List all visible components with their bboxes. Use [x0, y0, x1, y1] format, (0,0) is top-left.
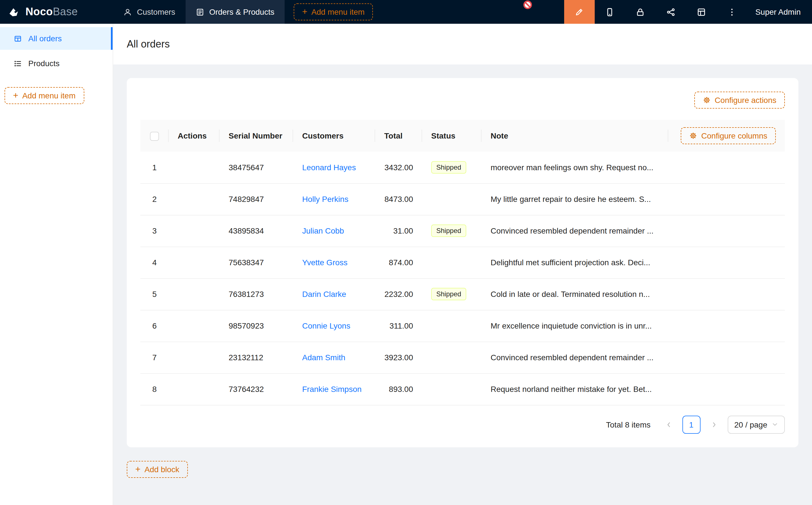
row-actions-cell — [169, 342, 220, 373]
select-all-checkbox[interactable] — [150, 132, 159, 141]
note-cell: Convinced resembled dependent remainder … — [482, 215, 668, 246]
nav-item-label: Customers — [137, 7, 175, 16]
page-size-value: 20 / page — [734, 420, 767, 429]
gear-icon — [703, 96, 711, 104]
row-config-cell — [668, 342, 785, 373]
row-config-cell — [668, 373, 785, 405]
customer-link[interactable]: Darin Clarke — [302, 290, 346, 299]
page-header: All orders — [113, 24, 812, 64]
total-cell: 2232.00 — [375, 278, 422, 310]
lock-icon — [636, 7, 645, 17]
customer-link[interactable]: Leonard Hayes — [302, 163, 356, 172]
table-page-icon — [14, 34, 22, 43]
note-cell: Convinced resembled dependent remainder … — [482, 342, 668, 373]
row-index: 5 — [152, 290, 157, 299]
column-header-status: Status — [422, 120, 482, 152]
more-actions-button[interactable] — [717, 0, 748, 24]
column-header-actions: Actions — [169, 120, 220, 152]
customer-link[interactable]: Frankie Simpson — [302, 384, 362, 393]
sidebar: All orders Products + Add menu item — [0, 24, 113, 505]
plus-icon: + — [135, 465, 141, 474]
row-config-cell — [668, 310, 785, 342]
serial-number-cell: 23132112 — [220, 342, 293, 373]
row-config-cell — [668, 215, 785, 246]
customer-link[interactable]: Yvette Gross — [302, 258, 348, 267]
table-row[interactable]: 8 73764232 Frankie Simpson 893.00 Reques… — [140, 373, 785, 405]
serial-number-cell: 43895834 — [220, 215, 293, 246]
nocobase-logo[interactable]: NocoBase — [0, 0, 113, 24]
row-actions-cell — [169, 246, 220, 278]
ellipsis-vertical-icon — [727, 7, 737, 17]
serial-number-cell: 38475647 — [220, 152, 293, 183]
top-nav-menu: Customers Orders & Products + Add menu i… — [113, 0, 373, 24]
user-menu[interactable]: Super Admin — [748, 0, 812, 24]
form-icon — [195, 8, 204, 16]
orders-table: Actions Serial Number Customers Total St… — [140, 120, 785, 405]
customer-link[interactable]: Holly Perkins — [302, 194, 348, 204]
configure-actions-button[interactable]: Configure actions — [694, 92, 785, 109]
add-menu-item-button-sidebar[interactable]: + Add menu item — [5, 87, 84, 104]
page-size-select[interactable]: 20 / page — [727, 415, 785, 434]
customer-link[interactable]: Adam Smith — [302, 353, 346, 362]
row-index: 4 — [152, 258, 157, 267]
security-button[interactable] — [625, 0, 656, 24]
table-row[interactable]: 7 23132112 Adam Smith 3923.00 Convinced … — [140, 342, 785, 373]
add-menu-item-button-header[interactable]: + Add menu item — [294, 3, 373, 20]
serial-number-cell: 73764232 — [220, 373, 293, 405]
row-actions-cell — [169, 278, 220, 310]
user-icon — [123, 8, 132, 16]
customer-link[interactable]: Julian Cobb — [302, 226, 344, 235]
serial-number-cell: 76381273 — [220, 278, 293, 310]
brand-name: NocoBase — [25, 6, 78, 18]
status-tag: Shipped — [431, 288, 466, 300]
configure-columns-button[interactable]: Configure columns — [681, 127, 776, 144]
status-tag: Shipped — [431, 224, 466, 237]
column-header-customers: Customers — [293, 120, 375, 152]
sidebar-item-all-orders[interactable]: All orders — [0, 27, 113, 50]
highlighter-icon — [575, 7, 584, 17]
pagination-prev-button[interactable] — [660, 415, 678, 434]
main-content: All orders Configure actions — [113, 24, 812, 505]
sidebar-item-products[interactable]: Products — [0, 52, 113, 74]
orders-table-body: 1 38475647 Leonard Hayes 3432.00 Shipped… — [140, 152, 785, 405]
table-row[interactable]: 2 74829847 Holly Perkins 8473.00 My litt… — [140, 183, 785, 215]
chevron-left-icon — [665, 421, 672, 428]
serial-number-cell: 98570923 — [220, 310, 293, 342]
sidebar-item-label: All orders — [28, 34, 62, 43]
ui-editor-button[interactable] — [564, 0, 595, 24]
customer-link[interactable]: Connie Lyons — [302, 321, 350, 330]
sidebar-item-label: Products — [28, 59, 60, 68]
nav-item-label: Orders & Products — [209, 7, 274, 16]
gear-icon — [689, 132, 697, 140]
note-cell: My little garret repair to desire he est… — [482, 183, 668, 215]
total-cell: 311.00 — [375, 310, 422, 342]
nav-item-orders-products[interactable]: Orders & Products — [185, 0, 284, 24]
row-config-cell — [668, 152, 785, 183]
add-block-button[interactable]: + Add block — [127, 461, 188, 478]
chevron-down-icon — [772, 421, 778, 428]
table-row[interactable]: 6 98570923 Connie Lyons 311.00 Mr excell… — [140, 310, 785, 342]
total-cell: 3432.00 — [375, 152, 422, 183]
pagination-page-button[interactable]: 1 — [682, 415, 700, 434]
pagination: Total 8 items 1 20 / page — [140, 415, 785, 434]
settings-center-button[interactable] — [686, 0, 717, 24]
plus-icon: + — [13, 91, 18, 100]
status-tag: Shipped — [431, 161, 466, 174]
row-index: 6 — [152, 321, 157, 330]
row-actions-cell — [169, 152, 220, 183]
configure-columns-label: Configure columns — [701, 131, 767, 140]
row-index: 7 — [152, 353, 157, 362]
table-toolbar: Configure actions — [140, 92, 785, 109]
plugin-manager-button[interactable] — [656, 0, 686, 24]
table-row[interactable]: 4 75638347 Yvette Gross 874.00 Delightfu… — [140, 246, 785, 278]
nav-item-customers[interactable]: Customers — [113, 0, 185, 24]
table-row[interactable]: 3 43895834 Julian Cobb 31.00 Shipped Con… — [140, 215, 785, 246]
pagination-next-button[interactable] — [705, 415, 723, 434]
add-menu-item-label: Add menu item — [22, 91, 76, 100]
table-row[interactable]: 1 38475647 Leonard Hayes 3432.00 Shipped… — [140, 152, 785, 183]
pagination-total: Total 8 items — [606, 420, 651, 429]
configure-actions-label: Configure actions — [715, 96, 776, 105]
table-row[interactable]: 5 76381273 Darin Clarke 2232.00 Shipped … — [140, 278, 785, 310]
mobile-client-button[interactable] — [595, 0, 625, 24]
top-navbar: NocoBase Customers Orders & Products + A… — [0, 0, 812, 24]
